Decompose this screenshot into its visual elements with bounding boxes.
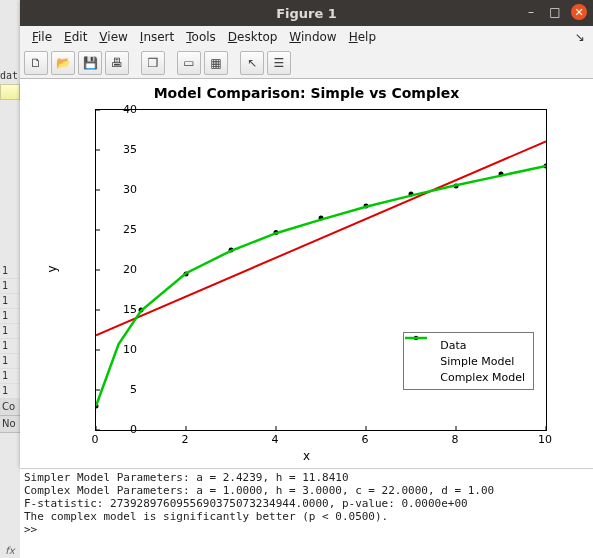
bg-cell: 1 [0,264,20,279]
figure-window: Figure 1 – □ ✕ FileEditViewInsertToolsDe… [20,0,593,468]
x-tick-label: 8 [445,433,465,446]
axes-icon: ▭ [183,56,194,70]
bg-cell: 1 [0,339,20,354]
legend-entry-complex: Complex Model [410,369,525,385]
grid-icon: ▦ [210,56,221,70]
legend[interactable]: Data Simple Model Complex Model [403,332,534,390]
window-icon: ❐ [148,56,159,70]
series-line-simple-model [96,141,546,335]
y-tick-label: 40 [107,103,137,116]
printer-icon: 🖶 [111,56,123,70]
plot-area: Model Comparison: Simple vs Complex y x … [20,79,593,468]
grid-button[interactable]: ▦ [204,51,228,75]
legend-label: Complex Model [440,371,525,384]
y-tick-label: 30 [107,183,137,196]
legend-label: Simple Model [440,355,514,368]
pointer-button[interactable]: ↖ [240,51,264,75]
menu-window[interactable]: Window [283,28,342,46]
titlebar[interactable]: Figure 1 – □ ✕ [20,0,593,26]
menu-help[interactable]: Help [343,28,382,46]
menu-file[interactable]: File [26,28,58,46]
y-tick-label: 5 [107,383,137,396]
x-tick-label: 0 [85,433,105,446]
menu-insert[interactable]: Insert [134,28,180,46]
window-controls: – □ ✕ [523,4,587,20]
menubar: FileEditViewInsertToolsDesktopWindowHelp… [20,26,593,48]
legend-label: Data [440,339,466,352]
y-tick-label: 35 [107,143,137,156]
chart-title: Model Comparison: Simple vs Complex [20,85,593,101]
print-button[interactable]: 🖶 [105,51,129,75]
bg-cell: 1 [0,369,20,384]
bg-cell: 1 [0,384,20,399]
y-tick-label: 25 [107,223,137,236]
axes[interactable]: Data Simple Model Complex Model [95,109,547,431]
menu-view[interactable]: View [93,28,133,46]
bg-cell: 1 [0,294,20,309]
y-tick-label: 15 [107,303,137,316]
menu-tools[interactable]: Tools [180,28,222,46]
bg-cell: 1 [0,354,20,369]
fx-label: fx [0,545,20,556]
bg-tab-no[interactable]: No [0,416,20,433]
bg-tab-co[interactable]: Co [0,399,20,416]
x-tick-label: 2 [175,433,195,446]
x-tick-label: 4 [265,433,285,446]
axes-button[interactable]: ▭ [177,51,201,75]
window-title: Figure 1 [20,6,593,21]
folder-open-icon: 📂 [56,56,71,70]
close-button[interactable]: ✕ [571,4,587,20]
bg-dat-label: dat [0,70,20,81]
toolbar: 🗋 📂 💾 🖶 ❐ ▭ ▦ ↖ ☰ [20,48,593,79]
x-axis-label: x [20,449,593,463]
console-output[interactable]: Simpler Model Parameters: a = 2.4239, h … [20,468,593,558]
menu-desktop[interactable]: Desktop [222,28,284,46]
new-file-icon: 🗋 [30,56,42,70]
save-button[interactable]: 💾 [78,51,102,75]
x-tick-label: 6 [355,433,375,446]
floppy-icon: 💾 [83,56,98,70]
new-figure-button[interactable]: 🗋 [24,51,48,75]
pointer-icon: ↖ [247,56,257,70]
bg-cell: 1 [0,309,20,324]
bg-cell: 1 [0,279,20,294]
menubar-overflow-icon[interactable]: ↘ [575,30,585,44]
bg-cell: 1 [0,324,20,339]
inspector-button[interactable]: ☰ [267,51,291,75]
maximize-button[interactable]: □ [547,4,563,20]
bg-edit-icon [0,84,20,100]
copy-figure-button[interactable]: ❐ [141,51,165,75]
legend-entry-simple: Simple Model [410,353,525,369]
minimize-button[interactable]: – [523,4,539,20]
x-tick-label: 10 [535,433,555,446]
menu-edit[interactable]: Edit [58,28,93,46]
y-tick-label: 0 [107,423,137,436]
open-button[interactable]: 📂 [51,51,75,75]
list-icon: ☰ [274,56,285,70]
y-tick-label: 10 [107,343,137,356]
y-axis-label: y [45,265,59,272]
y-tick-label: 20 [107,263,137,276]
